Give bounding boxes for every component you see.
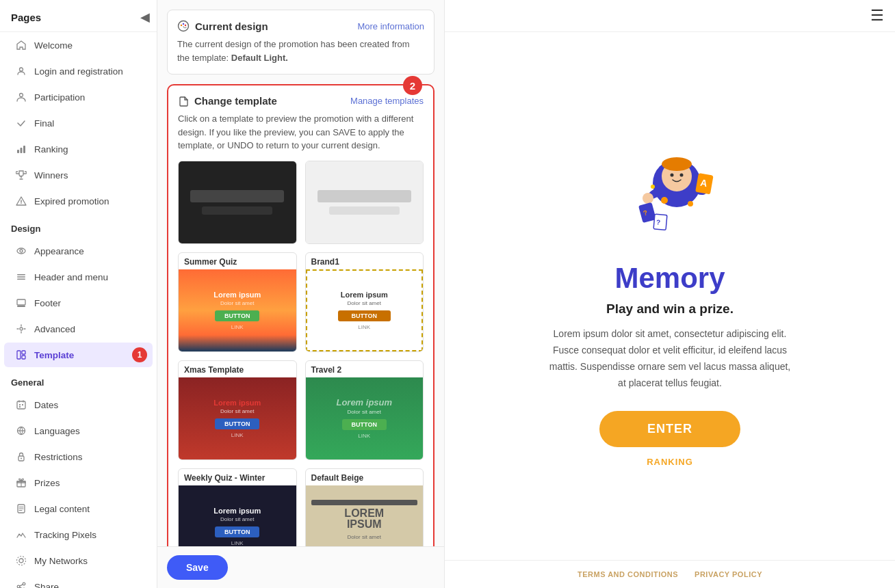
gift-icon: [15, 477, 27, 489]
svg-rect-18: [19, 404, 21, 405]
sidebar-item-welcome[interactable]: Welcome: [4, 33, 153, 57]
xmas-btn: BUTTON: [215, 418, 259, 429]
footer-icon: [15, 297, 27, 309]
sidebar-item-restrictions[interactable]: Restrictions: [4, 444, 153, 469]
svg-point-23: [21, 458, 22, 459]
sidebar-item-advanced[interactable]: Advanced: [4, 317, 153, 341]
template-preview-default-beige: LOREMIPSUM Dolor sit amet: [306, 485, 424, 547]
svg-point-26: [19, 559, 23, 563]
sidebar-item-winners[interactable]: Winners: [4, 163, 153, 187]
sidebar-item-legal[interactable]: Legal content: [4, 496, 153, 521]
preview-topbar: ☰: [445, 0, 895, 32]
svg-rect-14: [17, 351, 21, 359]
more-info-link[interactable]: More information: [357, 21, 424, 31]
template-label-xmas: Xmas Template: [179, 361, 296, 377]
svg-rect-10: [17, 279, 25, 280]
template-picker-header: Change template Manage templates: [178, 95, 424, 107]
sidebar-item-login[interactable]: Login and registration: [4, 59, 153, 83]
svg-point-13: [20, 328, 23, 330]
template-preview-default-dark: [179, 161, 296, 243]
template-card-brand1[interactable]: Brand1 Lorem ipsum Dolor sit amet BUTTON…: [305, 252, 424, 352]
template-card-travel2[interactable]: Travel 2 Lorem ipsum Dolor sit amet BUTT…: [305, 360, 424, 460]
sidebar-item-share[interactable]: Share: [4, 574, 153, 588]
svg-point-7: [20, 250, 23, 252]
privacy-link[interactable]: PRIVACY POLICY: [695, 570, 762, 578]
ranking-link[interactable]: RANKING: [647, 457, 693, 467]
svg-point-37: [662, 157, 692, 171]
svg-rect-8: [17, 274, 25, 276]
sidebar-item-expired-label: Expired promotion: [34, 196, 109, 206]
network-icon: [15, 554, 27, 567]
template-grid: Summer Quiz Lorem ipsum Dolor sit amet B…: [178, 161, 424, 547]
advanced-icon: [15, 323, 27, 335]
sidebar-item-prizes[interactable]: Prizes: [4, 470, 153, 495]
template-preview-summer-quiz: Lorem ipsum Dolor sit amet BUTTON LINK: [179, 269, 296, 351]
current-design-card: Current design More information The curr…: [167, 10, 434, 75]
svg-point-29: [17, 585, 20, 588]
template-label-weekly-winter: Weekly Quiz - Winter: [179, 469, 296, 485]
trophy-icon: [15, 169, 27, 181]
save-button[interactable]: Save: [167, 555, 228, 580]
template-preview-weekly-winter: Lorem ipsum Dolor sit amet BUTTON LINK: [179, 485, 296, 547]
template-label-default-beige: Default Beige: [306, 469, 424, 485]
sidebar-item-final-label: Final: [34, 118, 54, 129]
template-card-default-beige[interactable]: Default Beige LOREMIPSUM Dolor sit amet: [305, 468, 424, 547]
sidebar: Pages ◀ Welcome Login and registration P…: [0, 0, 157, 588]
sidebar-item-ranking[interactable]: Ranking: [4, 137, 153, 161]
preview-illustration: A ? ?: [608, 125, 731, 248]
menu-icon: [15, 271, 27, 283]
main-panel: Current design More information The curr…: [157, 0, 445, 588]
template-picker-badge: 2: [403, 76, 422, 95]
svg-rect-19: [22, 404, 23, 405]
template-card-summer-quiz[interactable]: Summer Quiz Lorem ipsum Dolor sit amet B…: [178, 252, 297, 352]
brand1-btn: BUTTON: [338, 310, 391, 321]
terms-link[interactable]: TERMS AND CONDITIONS: [578, 570, 678, 578]
svg-rect-2: [17, 150, 19, 153]
sidebar-item-networks[interactable]: My Networks: [4, 548, 153, 573]
sidebar-item-template[interactable]: Template 1: [4, 343, 153, 367]
general-section-title: General: [0, 368, 157, 392]
svg-rect-17: [17, 401, 25, 409]
sidebar-item-welcome-label: Welcome: [34, 40, 73, 51]
svg-point-52: [651, 185, 655, 189]
preview-tagline: Play and win a prize.: [606, 302, 734, 317]
sidebar-item-advanced-label: Advanced: [34, 324, 75, 334]
sidebar-item-header[interactable]: Header and menu: [4, 265, 153, 289]
template-card-default-dark[interactable]: [178, 161, 297, 244]
template-preview-default-light: [306, 161, 424, 243]
template-preview-brand1: Lorem ipsum Dolor sit amet BUTTON LINK: [306, 269, 424, 351]
sidebar-item-appearance-label: Appearance: [34, 246, 84, 256]
hamburger-button[interactable]: ☰: [870, 7, 884, 25]
share-icon: [15, 580, 27, 588]
check-icon: [15, 117, 27, 129]
sidebar-item-languages[interactable]: Languages: [4, 418, 153, 443]
template-card-default-light[interactable]: [305, 161, 424, 244]
sidebar-item-header-label: Header and menu: [34, 272, 108, 282]
lang-icon: [15, 425, 27, 437]
svg-point-50: [661, 197, 668, 204]
sidebar-item-winners-label: Winners: [34, 170, 68, 181]
sidebar-item-login-label: Login and registration: [34, 66, 123, 77]
manage-templates-link[interactable]: Manage templates: [350, 96, 424, 106]
sidebar-item-appearance[interactable]: Appearance: [4, 239, 153, 263]
template-label-summer-quiz: Summer Quiz: [179, 253, 296, 269]
enter-button[interactable]: ENTER: [599, 411, 740, 447]
svg-rect-15: [22, 351, 25, 354]
template-label-travel2: Travel 2: [306, 361, 424, 377]
template-card-xmas[interactable]: Xmas Template Lorem ipsum Dolor sit amet…: [178, 360, 297, 460]
svg-rect-4: [23, 146, 25, 153]
template-card-weekly-winter[interactable]: Weekly Quiz - Winter Lorem ipsum Dolor s…: [178, 468, 297, 547]
sidebar-item-final[interactable]: Final: [4, 111, 153, 135]
svg-rect-3: [21, 148, 23, 153]
svg-point-38: [671, 174, 674, 177]
sidebar-item-participation[interactable]: Participation: [4, 85, 153, 109]
sidebar-item-footer[interactable]: Footer: [4, 291, 153, 315]
svg-point-39: [680, 174, 684, 177]
sidebar-item-expired[interactable]: Expired promotion: [4, 189, 153, 213]
tracking-icon: [15, 529, 27, 541]
current-design-header: Current design More information: [177, 20, 424, 32]
preview-panel: ☰: [445, 0, 895, 588]
sidebar-item-dates[interactable]: Dates: [4, 392, 153, 417]
collapse-button[interactable]: ◀: [140, 10, 150, 25]
sidebar-item-tracking[interactable]: Tracking Pixels: [4, 522, 153, 547]
